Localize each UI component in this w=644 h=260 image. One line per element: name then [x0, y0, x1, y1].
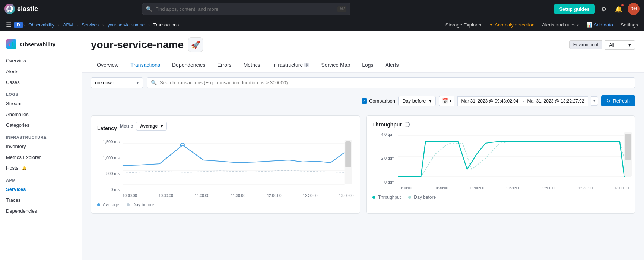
alerts-rules-link[interactable]: Alerts and rules ▾ — [542, 22, 579, 28]
x-label-1100: 11:00:00 — [195, 194, 209, 198]
tab-logs[interactable]: Logs — [356, 58, 379, 72]
transaction-search-input[interactable] — [160, 80, 631, 85]
x-label-1030: 10:30:00 — [159, 194, 173, 198]
sidebar-item-overview[interactable]: Overview — [0, 55, 82, 66]
tp-x-1000: 10:00:00 — [398, 186, 412, 190]
search-input[interactable] — [155, 6, 334, 12]
transaction-search[interactable]: 🔍 — [147, 77, 635, 88]
x-label-1230: 12:30:00 — [303, 194, 318, 198]
search-kbd: ⌘/ — [337, 6, 346, 12]
service-icon: 🚀 — [188, 37, 203, 52]
tp-x-1130: 11:30:00 — [506, 186, 520, 190]
storage-explorer-link[interactable]: Storage Explorer — [445, 22, 482, 28]
time-arrow: → — [521, 98, 525, 104]
bc-sep-3: › — [76, 23, 78, 27]
sidebar-item-categories[interactable]: Categories — [0, 120, 82, 131]
day-before-arrow: ▾ — [429, 98, 432, 104]
tab-service-map[interactable]: Service Map — [315, 58, 356, 72]
sidebar-item-alerts[interactable]: Alerts — [0, 66, 82, 77]
anomaly-icon: ✦ — [489, 22, 493, 28]
refresh-icon: ↻ — [606, 98, 610, 104]
tp-x-1200: 12:00:00 — [542, 186, 556, 190]
nav-actions: Setup guides ⚙ 🔔 DH — [554, 3, 640, 15]
sidebar-item-anomalies[interactable]: Anomalies — [0, 109, 82, 120]
settings-link[interactable]: Settings — [621, 22, 638, 28]
transaction-type-dropdown[interactable]: unknown ▾ — [91, 77, 143, 88]
breadcrumb-observability[interactable]: Observability — [25, 22, 57, 28]
sidebar-item-hosts[interactable]: Hosts 🔔 — [0, 163, 82, 173]
notifications-icon-btn[interactable]: 🔔 — [613, 3, 625, 15]
setup-guides-button[interactable]: Setup guides — [554, 4, 595, 14]
sidebar-item-services[interactable]: Services — [0, 184, 82, 195]
breadcrumb-services[interactable]: Services — [79, 22, 102, 28]
cases-label: Cases — [6, 79, 20, 85]
global-search[interactable]: 🔍 ⌘/ — [142, 3, 350, 15]
sidebar-item-cases[interactable]: Cases — [0, 77, 82, 88]
cal-dropdown-indicator: ▾ — [450, 99, 451, 103]
day-before-select[interactable]: Day before ▾ — [398, 96, 436, 106]
y-label-1000: 1,000 ms — [97, 156, 120, 160]
svg-rect-4 — [10, 43, 12, 46]
environment-label: Environment — [569, 40, 602, 49]
breadcrumb-right-links: Storage Explorer ✦ Anomaly detection Ale… — [445, 22, 638, 28]
legend-day-before: Day before — [127, 202, 154, 207]
tab-dependencies[interactable]: Dependencies — [166, 58, 212, 72]
svg-rect-5 — [12, 42, 13, 46]
sidebar-item-traces[interactable]: Traces — [0, 195, 82, 206]
breadcrumb-apm[interactable]: APM — [60, 22, 76, 28]
add-data-link[interactable]: 📊 Add data — [586, 22, 613, 28]
time-controls: ✓ Comparison Day before ▾ 📅 ▾ Mar 31, 20… — [82, 93, 644, 109]
day-before-dot — [127, 203, 130, 206]
metric-select[interactable]: Average ▾ — [136, 122, 167, 131]
user-avatar[interactable]: DH — [628, 3, 640, 15]
comparison-checkbox[interactable]: ✓ — [362, 98, 367, 104]
tp-x-1230: 12:30:00 — [578, 186, 593, 190]
throughput-info-icon[interactable]: i — [405, 122, 410, 127]
type-dropdown-arrow: ▾ — [136, 80, 139, 85]
settings-icon-btn[interactable]: ⚙ — [598, 3, 610, 15]
sidebar-logo-text: Observability — [20, 41, 55, 47]
tab-metrics[interactable]: Metrics — [238, 58, 266, 72]
tp-x-1030: 10:30:00 — [434, 186, 448, 190]
breadcrumb-bar: ☰ D › Observability › APM › Services › y… — [0, 18, 644, 31]
breadcrumb-service-name[interactable]: your-service-name — [105, 22, 147, 28]
throughput-day-before-dot — [408, 196, 411, 199]
tab-infrastructure[interactable]: Infrastructure β — [266, 58, 315, 72]
type-value: unknown — [95, 80, 114, 85]
y-label-2tpm: 2.0 tpm — [372, 156, 395, 160]
sidebar-item-metrics-explorer[interactable]: Metrics Explorer — [0, 152, 82, 163]
anomaly-detection-link[interactable]: ✦ Anomaly detection — [489, 22, 534, 28]
bc-sep-5: › — [148, 23, 150, 27]
time-from: Mar 31, 2023 @ 09:48:02.04 — [461, 98, 518, 104]
sidebar-item-dependencies[interactable]: Dependencies — [0, 206, 82, 216]
breadcrumb-d[interactable]: D — [14, 22, 23, 28]
latency-chart-title: Latency Metric Average ▾ — [97, 122, 354, 135]
hamburger-menu[interactable]: ☰ — [6, 21, 11, 28]
time-range-dropdown[interactable]: ▾ — [591, 96, 598, 106]
bc-sep-2: › — [58, 23, 60, 27]
latency-chart-controls: Metric Average ▾ — [120, 122, 167, 131]
tab-overview[interactable]: Overview — [91, 58, 124, 72]
elastic-logo[interactable]: elastic — [4, 4, 38, 14]
calendar-button[interactable]: 📅 ▾ — [439, 96, 454, 106]
main-layout: Observability Overview Alerts Cases Logs… — [0, 31, 644, 260]
metric-label: Metric — [120, 123, 133, 129]
y-label-1500: 1,500 ms — [97, 140, 120, 144]
x-label-1300: 13:00:00 — [339, 194, 354, 198]
top-navigation: elastic 🔍 ⌘/ Setup guides ⚙ 🔔 DH — [0, 0, 644, 18]
comparison-toggle[interactable]: ✓ Comparison — [362, 98, 395, 104]
latency-chart-area: 1,500 ms 1,000 ms 500 ms 0 ms — [97, 140, 354, 199]
latency-chart-legend: Average Day before — [97, 202, 354, 207]
refresh-label: Refresh — [613, 98, 630, 104]
charts-row: Latency Metric Average ▾ 1,500 ms 1,000 … — [82, 109, 644, 220]
tab-transactions[interactable]: Transactions — [124, 58, 166, 72]
elastic-logo-icon — [4, 4, 15, 14]
throughput-chart-area: 4.0 tpm 2.0 tpm 0 tpm — [372, 132, 629, 192]
tab-alerts[interactable]: Alerts — [380, 58, 405, 72]
sidebar-item-inventory[interactable]: Inventory — [0, 141, 82, 152]
refresh-button[interactable]: ↻ Refresh — [601, 95, 635, 106]
environment-dropdown[interactable]: All ▾ — [605, 40, 635, 50]
tab-errors[interactable]: Errors — [212, 58, 238, 72]
search-icon: 🔍 — [151, 80, 157, 85]
sidebar-item-stream[interactable]: Stream — [0, 98, 82, 109]
